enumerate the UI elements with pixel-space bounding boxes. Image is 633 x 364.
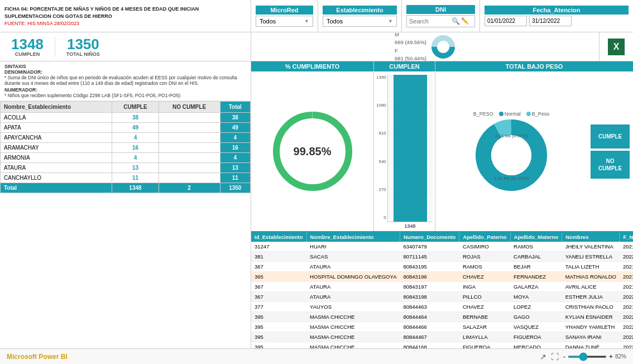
table-cell: AVRIL ALICE (562, 282, 620, 292)
table-cell: 2021-11-27 (620, 302, 633, 312)
table-cell: 31247 (251, 242, 306, 252)
table-cell: HUARI (306, 242, 400, 252)
table-cell: ROJAS (459, 252, 510, 262)
table-cell: SACAS (306, 252, 400, 262)
table-cell: VASQUEZ (510, 322, 562, 332)
share-icon-button[interactable]: ↗ (540, 352, 546, 361)
search-input[interactable] (409, 18, 451, 25)
table-row: 367ATAURA80843198PILLCOMOYAESTHER JULIA2… (251, 292, 633, 302)
table-cell: LIMAYLLA (459, 332, 510, 342)
table-cell: ATAURA (306, 262, 400, 272)
table-cell: 2022-07-27 (620, 332, 633, 342)
numerator-label: NUMERADOR: (4, 87, 246, 93)
zoom-slider[interactable] (568, 356, 607, 358)
table-cell: KYLIAN ESNAIDER (562, 312, 620, 322)
bajo-peso-donut-container: 0,11 Mil (8.07%) 1,24 Mil (91.93%) (475, 119, 548, 191)
table-cell: 367 (251, 282, 306, 292)
table-cell: 2021-10-18 (620, 242, 633, 252)
table-row: 381SACAS80711145ROJASCARBAJALYANELI ESTR… (251, 252, 633, 262)
table-cell: 2022-02-04 (620, 312, 633, 322)
table-cell: 38 (220, 113, 250, 123)
col-nombre: Nombre_Establecimiento (1, 102, 112, 113)
table-cell: 395 (251, 332, 306, 342)
summary-table-body: ACOLLA3838APATA4949APAYCANCHA44ARAMACHAY… (1, 113, 251, 193)
stats-left: 1348 CUMPLEN 1350 TOTAL NIÑOS (0, 32, 251, 61)
table-cell: 2022-05-20 (620, 252, 633, 262)
search-icon-button[interactable]: 🔍 (451, 17, 461, 26)
table-cell: RAMOS (510, 242, 562, 252)
table-cell: 381 (251, 252, 306, 262)
powerbi-brand[interactable]: Microsoft Power BI (7, 353, 68, 361)
detail-table: Id_EstablecimientoNombre_Establecimiento… (251, 232, 633, 348)
bar-1348 (394, 75, 427, 222)
table-row: 31247HUARI63407479CASIMIRORAMOSJHEILY VA… (251, 242, 633, 252)
table-cell: 367 (251, 262, 306, 272)
bajo-peso-donut-area: B_PESO Normal B_Peso (435, 71, 587, 231)
table-cell: 395 (251, 312, 306, 322)
date-end-input[interactable] (529, 16, 572, 26)
table-cell: 4 (220, 133, 250, 143)
detail-col-header: Nombres (562, 232, 620, 242)
table-cell: 80843197 (400, 282, 459, 292)
table-row: 365HOSPITAL DOMINGO OLAVEGOYA80843196CHA… (251, 272, 633, 282)
table-cell: 377 (251, 302, 306, 312)
no-cumple-badge-button[interactable]: NO CUMPLE (591, 151, 630, 179)
y-label-810: 810 (378, 131, 386, 136)
eraser-icon-button[interactable]: ✏️ (461, 17, 469, 25)
microred-select[interactable]: Todos ▼ (256, 16, 313, 27)
table-cell: 80711145 (400, 252, 459, 262)
expand-icon-button[interactable]: ⛶ (551, 352, 559, 361)
zoom-minus-button[interactable]: - (563, 353, 565, 361)
microred-label: MicroRed (256, 6, 313, 15)
table-cell: ARMONIA (1, 153, 112, 163)
footer: Microsoft Power BI ↗ ⛶ - + 82% (0, 348, 633, 364)
table-row: 395MASMA CHICCHE80844466SALAZARVASQUEZYH… (251, 322, 633, 332)
zoom-plus-button[interactable]: + (609, 353, 613, 361)
table-row: 367ATAURA80843197INGAGALARZAAVRIL ALICE2… (251, 282, 633, 292)
date-start-input[interactable] (485, 16, 527, 26)
table-cell: 49 (220, 123, 250, 133)
zoom-control: - + 82% (563, 353, 626, 361)
table-row: 395MASMA CHICCHE80844467LIMAYLLAFIGUEROA… (251, 332, 633, 342)
table-cell: ATAURA (1, 163, 112, 173)
denominator-text: * Suma de DNI único de niños que en peri… (4, 75, 246, 86)
table-cell: ARAMACHAY (1, 143, 112, 153)
detail-col-header: Apellido_Paterno (459, 232, 510, 242)
table-cell: 395 (251, 322, 306, 332)
bajo-peso-content: B_PESO Normal B_Peso (435, 71, 633, 231)
table-cell: MASMA CHICCHE (306, 332, 400, 342)
cumple-badge-button[interactable]: CUMPLE (591, 124, 630, 149)
table-cell (159, 123, 220, 133)
main-container: FICHA 04: PORCENTAJE DE NIÑAS Y NIÑOS DE… (0, 0, 633, 364)
detail-col-header: F_Nacimiento (620, 232, 633, 242)
table-cell: CARBAJAL (510, 252, 562, 262)
table-cell: DANNA ZUNÉ (562, 342, 620, 349)
dni-search-box: 🔍 ✏️ (406, 15, 475, 27)
bajo-peso-legend: B_PESO Normal B_Peso (473, 111, 550, 117)
detail-table-head: Id_EstablecimientoNombre_Establecimiento… (251, 232, 633, 242)
table-cell: LOPEZ (510, 302, 562, 312)
stat-divider (55, 37, 55, 57)
cumplen-label: CUMPLEN (11, 51, 44, 57)
table-cell: CHAVEZ (459, 302, 510, 312)
syntax-section: SINTAXIS DENOMINADOR: * Suma de DNI únic… (0, 61, 251, 101)
table-cell: 63407479 (400, 242, 459, 252)
microred-filter: MicroRed Todos ▼ (251, 0, 318, 32)
denominator-label: DENOMINADOR: (4, 69, 246, 75)
donut-label-large: 1,24 Mil (91.93%) (494, 176, 529, 181)
gender-m-value: 669 (49.56%) (395, 39, 426, 45)
dni-filter: DNI 🔍 ✏️ (402, 0, 480, 32)
table-cell: JHEILY VALENTINA (562, 242, 620, 252)
excel-export-button[interactable]: X (608, 39, 625, 55)
bajo-peso-badges: CUMPLE NO CUMPLE (587, 71, 633, 231)
establecimiento-select[interactable]: Todos ▼ (323, 16, 397, 27)
total-value: 1350 (66, 37, 100, 51)
table-cell: FERNANDEZ (510, 272, 562, 282)
y-axis-labels: 1350 1080 810 540 270 0 (376, 75, 386, 229)
legend-normal: Normal (499, 111, 521, 117)
detail-table-container[interactable]: Id_EstablecimientoNombre_Establecimiento… (251, 231, 633, 348)
y-label-270: 270 (378, 187, 386, 192)
syntax-title: SINTAXIS (4, 64, 246, 69)
table-cell: 80844467 (400, 332, 459, 342)
table-cell (159, 113, 220, 123)
